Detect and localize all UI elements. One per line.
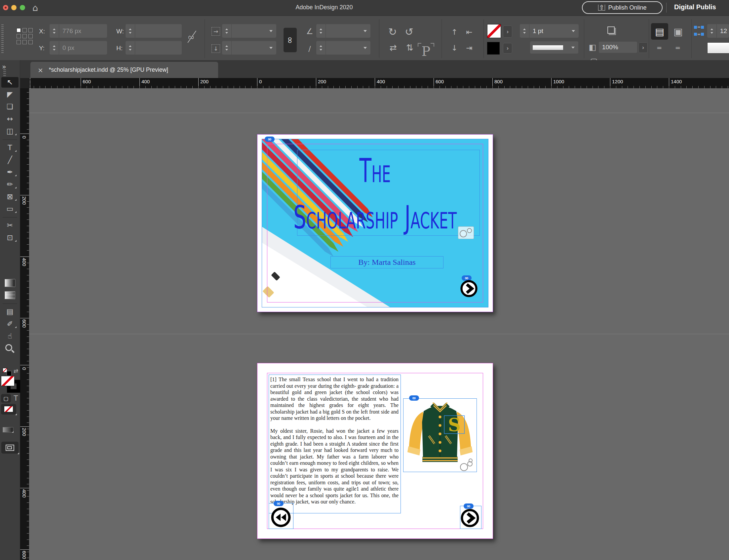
fill-more-button[interactable]: › [503, 25, 512, 38]
direct-selection-tool[interactable]: ◤ [1, 89, 19, 100]
rotate-90-ccw-button[interactable]: ↺ [402, 25, 416, 38]
page-2[interactable]: [1] The small Texas school that I went t… [257, 363, 493, 539]
panel-drag-handle[interactable] [1, 24, 4, 53]
shear-stepper[interactable] [316, 41, 326, 55]
previous-page-button[interactable] [271, 507, 291, 528]
scale-y-dropdown[interactable] [266, 41, 276, 55]
text-wrap-none-button[interactable]: ▤ [651, 23, 668, 40]
hand-tool[interactable]: ☝ [1, 331, 19, 341]
scale-x-icon: → [212, 27, 220, 36]
workspace-switcher[interactable]: Digital Publis [674, 3, 729, 11]
screen-mode-button[interactable] [1, 442, 19, 454]
x-position-field[interactable]: 776 px [50, 24, 107, 38]
scale-x-field[interactable] [222, 24, 276, 38]
gradient-feather-tool[interactable] [1, 290, 19, 300]
eyedropper-tool[interactable]: ✐ [1, 319, 19, 329]
content-grabber[interactable] [459, 459, 472, 471]
content-collector-tool[interactable]: ◫ [1, 126, 19, 137]
page-tool[interactable]: ❏ [1, 101, 19, 112]
stroke-weight-field[interactable]: 1 pt [520, 24, 579, 38]
line-tool[interactable]: ╱ [1, 155, 19, 165]
height-field[interactable] [126, 41, 182, 55]
zoom-tool[interactable] [1, 343, 19, 354]
toolbar-gap [1, 245, 19, 278]
pen-tool[interactable]: ✒ [1, 167, 19, 178]
next-page-button[interactable] [460, 280, 478, 298]
flip-vertical-button[interactable]: ⇅ [404, 42, 416, 53]
shear-field[interactable] [316, 41, 370, 55]
ruler-label: 200 [20, 195, 29, 257]
select-container-button[interactable]: ↑ [449, 27, 459, 37]
constrain-scale-link-icon[interactable]: ∞ [284, 28, 297, 52]
select-content-button[interactable]: ⇤ [463, 27, 476, 37]
fill-proxy-swatch[interactable] [1, 376, 15, 386]
next-page-button[interactable] [460, 508, 479, 528]
font-size-field[interactable]: 12 [707, 24, 729, 38]
y-stepper[interactable] [50, 41, 59, 55]
content-grabber[interactable] [458, 226, 474, 239]
document-tab[interactable]: × *scholarshipjacket.indd @ 25% [GPU Pre… [30, 62, 218, 78]
selection-tool[interactable]: ↖ [1, 77, 19, 88]
opacity-field[interactable]: 100% [599, 42, 637, 53]
byline-text-frame[interactable]: By: Marta Salinas [331, 256, 443, 268]
width-stepper[interactable] [126, 24, 135, 38]
scale-x-dropdown[interactable] [266, 24, 276, 38]
font-size-stepper[interactable] [707, 24, 717, 38]
home-icon[interactable]: ⌂ [32, 3, 38, 13]
flip-horizontal-button[interactable]: ⇄ [387, 42, 399, 53]
y-position-field[interactable]: 0 px [50, 41, 107, 55]
free-transform-tool[interactable]: ⊡ [1, 232, 19, 243]
x-stepper[interactable] [50, 24, 59, 38]
stroke-weight-dropdown[interactable] [568, 24, 579, 38]
apply-gradient-button[interactable] [3, 427, 13, 432]
constrain-proportions-broken-link-icon[interactable]: ∞ [185, 30, 197, 44]
width-field[interactable] [126, 24, 182, 38]
note-tool[interactable]: ▤ [1, 306, 19, 317]
story-text-frame[interactable]: [1] The small Texas school that I went t… [269, 375, 401, 513]
stroke-more-button[interactable]: › [503, 43, 512, 54]
wrap-option-left-icon[interactable]: ═ [654, 44, 665, 52]
vertical-ruler[interactable]: 0200400600 0200400600 [20, 88, 29, 560]
apply-none-button[interactable] [1, 404, 16, 415]
ruler-corner[interactable] [20, 78, 29, 88]
swap-fill-stroke-icon[interactable]: ⇄ [13, 368, 19, 374]
scale-y-field[interactable] [222, 41, 276, 55]
text-wrap-around-button[interactable]: ▣ [670, 23, 686, 40]
drop-shadow-button[interactable] [607, 26, 615, 34]
formatting-affects-container-button[interactable]: ▢ [1, 394, 11, 403]
fill-swatch[interactable] [487, 24, 501, 38]
wrap-option-right-icon[interactable]: ═ [672, 44, 683, 52]
formatting-affects-text-button[interactable]: T [13, 394, 19, 403]
scale-y-stepper[interactable] [222, 41, 232, 55]
reference-point-proxy[interactable] [17, 28, 34, 51]
page-1[interactable]: ∞ The Scholarship Jacket By: Marta Salin… [257, 134, 493, 312]
shear-dropdown[interactable] [360, 41, 370, 55]
height-stepper[interactable] [126, 41, 135, 55]
gap-tool[interactable]: ↔ [1, 114, 19, 124]
frame-fitting-icon[interactable] [694, 26, 704, 36]
stroke-type-dropdown[interactable] [530, 41, 578, 54]
zoom-window-button[interactable] [20, 5, 25, 10]
rotation-dropdown[interactable] [360, 24, 370, 38]
stroke-swatch[interactable] [487, 42, 500, 55]
mini-stroke-swatch[interactable] [7, 371, 12, 376]
scale-x-stepper[interactable] [222, 24, 232, 38]
frame-tool[interactable]: ⊠ [1, 191, 19, 202]
publish-online-button[interactable]: ⇧ Publish Online [582, 1, 663, 14]
close-window-button[interactable] [3, 5, 8, 10]
select-next-object-button[interactable]: ⇥ [463, 43, 476, 53]
type-tool[interactable]: T [1, 142, 19, 153]
close-tab-icon[interactable]: × [38, 66, 43, 74]
rectangle-tool[interactable]: ▭ [1, 204, 19, 214]
gradient-swatch-tool[interactable] [1, 278, 19, 288]
scissors-tool[interactable]: ✂ [1, 220, 19, 231]
rotate-90-cw-button[interactable]: ↻ [386, 25, 399, 38]
stroke-type-chevron[interactable] [568, 41, 578, 54]
stroke-weight-stepper[interactable] [520, 24, 529, 38]
minimize-window-button[interactable] [11, 5, 17, 10]
rotation-stepper[interactable] [316, 24, 326, 38]
opacity-more-button[interactable]: › [638, 42, 648, 53]
pencil-tool[interactable]: ✏ [1, 179, 19, 190]
rotation-angle-field[interactable] [316, 24, 370, 38]
select-previous-object-button[interactable]: ↓ [449, 43, 459, 53]
